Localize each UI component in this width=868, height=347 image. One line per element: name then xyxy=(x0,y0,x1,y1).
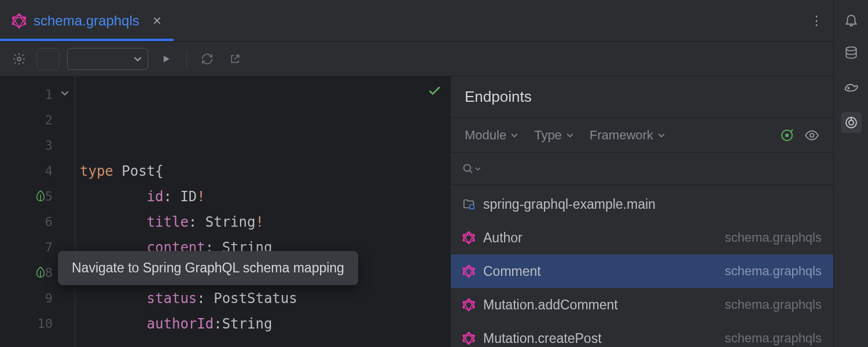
line-number: 6 xyxy=(0,209,75,235)
tab-overflow-menu[interactable]: ⋮ xyxy=(800,0,833,41)
code-line: status: PostStatus xyxy=(80,286,450,311)
svg-point-24 xyxy=(462,272,465,275)
svg-point-18 xyxy=(462,239,465,241)
code-line: title: String! xyxy=(80,209,450,235)
svg-point-16 xyxy=(473,239,475,241)
external-open-icon[interactable] xyxy=(225,49,245,69)
tooltip: Navigate to Spring GraphQL schema mappin… xyxy=(58,251,358,285)
svg-point-5 xyxy=(12,16,14,19)
filter-type[interactable]: Type xyxy=(534,128,573,143)
code-line: id: ID! xyxy=(80,184,450,209)
svg-point-1 xyxy=(24,16,26,19)
endpoint-name: Author xyxy=(483,230,523,246)
line-number: 4 xyxy=(0,158,75,184)
gutter: 12345678910 xyxy=(0,76,75,347)
svg-point-21 xyxy=(473,268,475,270)
graphql-icon xyxy=(462,298,475,311)
svg-line-12 xyxy=(470,170,472,172)
run-config-dropdown[interactable] xyxy=(67,48,148,70)
code-line: authorId:String xyxy=(80,311,450,337)
editor-pane: 12345678910 type Post{ id: ID! title: St… xyxy=(0,76,450,347)
line-number: 2 xyxy=(0,108,75,133)
filter-module[interactable]: Module xyxy=(465,128,518,143)
notifications-icon[interactable] xyxy=(843,12,859,28)
code-line: type Post{ xyxy=(80,158,450,184)
filter-framework[interactable]: Framework xyxy=(590,128,665,143)
spring-mapping-icon[interactable] xyxy=(34,266,47,279)
endpoints-search[interactable] xyxy=(451,153,833,185)
endpoint-file: schema.graphqls xyxy=(724,230,822,245)
code-line xyxy=(80,337,450,347)
endpoint-name: Mutation.createPost xyxy=(483,331,602,346)
endpoint-file: schema.graphqls xyxy=(724,264,822,279)
svg-point-4 xyxy=(12,23,14,25)
graphql-icon xyxy=(12,13,27,28)
run-icon[interactable] xyxy=(156,49,176,69)
module-row[interactable]: spring-graphql-example.main xyxy=(451,187,833,221)
refresh-icon[interactable] xyxy=(197,49,217,69)
folder-icon xyxy=(462,198,475,211)
endpoint-name: Mutation.addComment xyxy=(483,297,618,313)
endpoints-tool-icon[interactable] xyxy=(841,112,862,133)
svg-point-37 xyxy=(462,335,465,337)
close-icon[interactable]: ✕ xyxy=(152,14,162,28)
svg-point-51 xyxy=(848,87,849,88)
line-number: 10 xyxy=(0,311,75,337)
tab-bar: schema.graphqls ✕ ⋮ xyxy=(0,0,833,42)
graphql-icon xyxy=(462,265,475,278)
line-number: 9 xyxy=(0,286,75,311)
build-variant-box[interactable] xyxy=(37,48,59,70)
svg-point-34 xyxy=(473,339,475,342)
svg-point-19 xyxy=(462,234,465,237)
svg-point-11 xyxy=(464,164,471,171)
svg-point-27 xyxy=(473,301,475,304)
svg-point-3 xyxy=(18,25,20,28)
endpoint-row[interactable]: Authorschema.graphqls xyxy=(451,221,833,254)
gradle-icon[interactable] xyxy=(843,79,859,95)
svg-point-6 xyxy=(17,57,21,61)
svg-point-28 xyxy=(473,306,475,308)
svg-point-0 xyxy=(18,13,20,16)
openapi-icon[interactable] xyxy=(780,128,794,142)
svg-point-31 xyxy=(462,301,465,304)
endpoints-panel: Endpoints Module Type Framework spring-g… xyxy=(450,76,833,347)
graphql-icon xyxy=(462,231,475,244)
inspection-ok-icon[interactable] xyxy=(427,83,442,98)
endpoint-row[interactable]: Mutation.addCommentschema.graphqls xyxy=(451,288,833,322)
gear-icon[interactable] xyxy=(9,49,29,69)
endpoints-filters: Module Type Framework xyxy=(451,118,833,153)
svg-point-22 xyxy=(473,272,475,275)
svg-point-30 xyxy=(462,306,465,308)
endpoint-row[interactable]: Commentschema.graphqls xyxy=(451,254,833,288)
endpoint-name: Comment xyxy=(483,264,541,279)
fold-caret-icon[interactable] xyxy=(61,89,69,97)
endpoints-list: spring-graphql-example.main Authorschema… xyxy=(451,185,833,347)
svg-point-53 xyxy=(849,120,854,125)
code-area[interactable]: type Post{ id: ID! title: String! conten… xyxy=(75,76,450,347)
endpoints-title: Endpoints xyxy=(451,76,833,118)
endpoint-file: schema.graphqls xyxy=(724,297,822,312)
svg-point-8 xyxy=(785,134,789,137)
endpoint-row[interactable]: Mutation.createPostschema.graphqls xyxy=(451,322,833,347)
svg-point-50 xyxy=(846,47,856,51)
tab-schema[interactable]: schema.graphqls ✕ xyxy=(0,0,174,41)
line-number: 1 xyxy=(0,82,75,108)
spring-mapping-icon[interactable] xyxy=(34,190,47,202)
svg-line-9 xyxy=(790,130,793,132)
endpoint-file: schema.graphqls xyxy=(724,331,822,346)
line-number: 5 xyxy=(0,184,75,209)
editor-toolbar xyxy=(0,42,833,76)
database-icon[interactable] xyxy=(843,45,859,61)
svg-point-10 xyxy=(810,133,814,137)
eye-icon[interactable] xyxy=(804,128,819,143)
svg-point-2 xyxy=(24,23,26,25)
svg-point-36 xyxy=(462,339,465,342)
svg-point-25 xyxy=(462,268,465,270)
line-number: 3 xyxy=(0,133,75,158)
tool-rail xyxy=(833,0,868,347)
svg-point-33 xyxy=(473,335,475,337)
tab-label: schema.graphqls xyxy=(34,13,139,29)
svg-rect-13 xyxy=(470,205,474,209)
graphql-icon xyxy=(462,332,475,345)
svg-point-15 xyxy=(473,234,475,237)
